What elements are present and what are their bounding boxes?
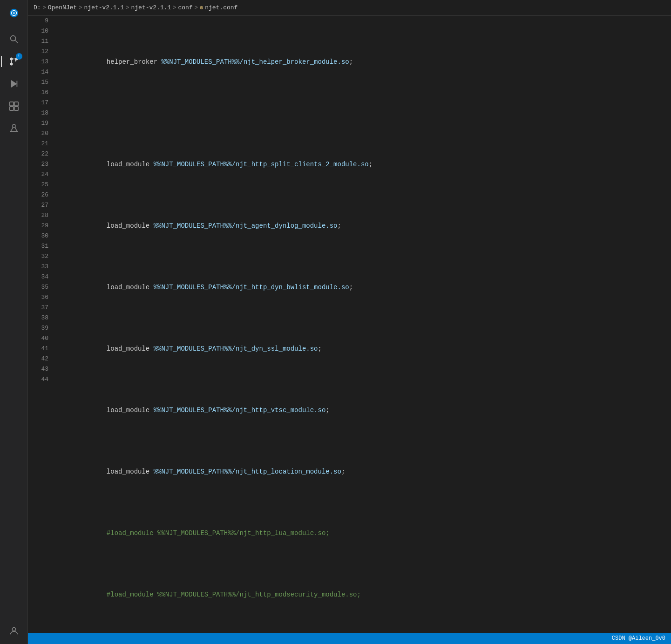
code-line-15: load_module %%NJT_MODULES_PATH%%/njt_htt… bbox=[60, 395, 671, 426]
code-line-16: load_module %%NJT_MODULES_PATH%%/njt_htt… bbox=[60, 456, 671, 487]
code-line-12: load_module %%NJT_MODULES_PATH%%/njt_age… bbox=[60, 210, 671, 241]
code-line-18: #load_module %%NJT_MODULES_PATH%%/njt_ht… bbox=[60, 579, 671, 610]
main-editor-area: D: > OpenNJet > njet-v2.1.1 > njet-v2.1.… bbox=[28, 0, 671, 644]
breadcrumb-sep1: > bbox=[43, 5, 46, 11]
svg-point-2 bbox=[13, 12, 15, 14]
search-icon[interactable] bbox=[5, 30, 23, 48]
activity-bar: ! bbox=[0, 0, 28, 644]
svg-point-5 bbox=[10, 58, 13, 60]
svg-rect-11 bbox=[14, 102, 18, 106]
breadcrumb-sep5: > bbox=[195, 5, 198, 11]
code-line-11: load_module %%NJT_MODULES_PATH%%/njt_htt… bbox=[60, 149, 671, 180]
svg-point-3 bbox=[10, 36, 15, 41]
source-control-icon[interactable]: ! bbox=[5, 52, 23, 71]
breadcrumb-folder3[interactable]: njet-v2.1.1 bbox=[131, 4, 171, 11]
code-editor[interactable]: 9 10 11 12 13 14 15 16 17 18 19 20 21 22… bbox=[28, 16, 671, 633]
run-icon[interactable] bbox=[5, 75, 23, 93]
svg-rect-10 bbox=[9, 102, 13, 106]
svg-point-7 bbox=[10, 63, 13, 65]
breadcrumb-folder1[interactable]: OpenNJet bbox=[48, 4, 77, 11]
svg-point-15 bbox=[12, 628, 15, 631]
breadcrumb: D: > OpenNJet > njet-v2.1.1 > njet-v2.1.… bbox=[28, 0, 671, 16]
code-line-17: #load_module %%NJT_MODULES_PATH%%/njt_ht… bbox=[60, 518, 671, 549]
svg-rect-12 bbox=[9, 107, 13, 110]
breadcrumb-sep2: > bbox=[79, 5, 82, 11]
breadcrumb-sep4: > bbox=[173, 5, 176, 11]
svg-marker-8 bbox=[11, 80, 17, 88]
status-text: CSDN @Aileen_0v0 bbox=[612, 635, 665, 642]
line-numbers: 9 10 11 12 13 14 15 16 17 18 19 20 21 22… bbox=[28, 16, 56, 633]
code-line-13: load_module %%NJT_MODULES_PATH%%/njt_htt… bbox=[60, 272, 671, 303]
breadcrumb-file[interactable]: njet.conf bbox=[205, 4, 237, 11]
breadcrumb-gear-icon: ⚙ bbox=[200, 4, 203, 11]
svg-line-4 bbox=[15, 41, 18, 43]
svg-rect-13 bbox=[14, 107, 18, 110]
status-bar: CSDN @Aileen_0v0 bbox=[28, 633, 671, 644]
flask-icon[interactable] bbox=[5, 119, 23, 138]
account-icon[interactable] bbox=[5, 622, 23, 640]
breadcrumb-folder2[interactable]: njet-v2.1.1 bbox=[84, 4, 124, 11]
code-line-9: helper_broker %%NJT_MODULES_PATH%%/njt_h… bbox=[60, 47, 671, 77]
code-content[interactable]: helper_broker %%NJT_MODULES_PATH%%/njt_h… bbox=[56, 16, 671, 633]
breadcrumb-sep3: > bbox=[126, 5, 129, 11]
extensions-icon[interactable] bbox=[5, 97, 23, 115]
breadcrumb-drive: D: bbox=[34, 4, 41, 11]
breadcrumb-folder4[interactable]: conf bbox=[178, 4, 193, 11]
code-line-10 bbox=[60, 108, 671, 118]
logo-icon bbox=[5, 4, 23, 22]
code-line-14: load_module %%NJT_MODULES_PATH%%/njt_dyn… bbox=[60, 333, 671, 364]
